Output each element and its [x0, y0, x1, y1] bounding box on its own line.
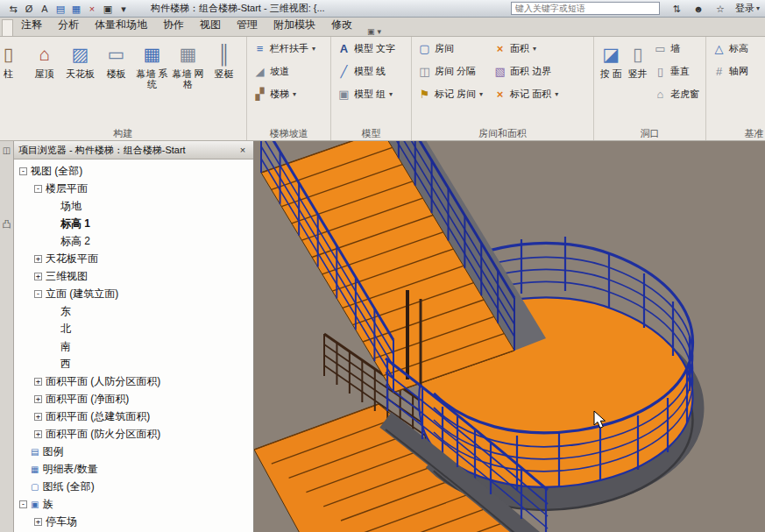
- tree-expander-icon[interactable]: +: [34, 413, 42, 421]
- modify-vertical-icon[interactable]: 凸: [3, 218, 11, 231]
- roof-button[interactable]: ⌂ 屋顶: [26, 39, 62, 79]
- opening-by-face-button[interactable]: ◪ 按 面: [599, 39, 624, 79]
- tab-修改[interactable]: 修改: [323, 15, 360, 36]
- tree-expander-icon[interactable]: -: [34, 290, 42, 298]
- switch-windows-icon[interactable]: ▣: [100, 2, 116, 16]
- login-button[interactable]: 登录: [735, 2, 754, 15]
- railing-button[interactable]: ≡ 栏杆扶手 ▾: [251, 39, 317, 58]
- tree-expander-icon[interactable]: -: [19, 500, 27, 508]
- section-icon[interactable]: ▤: [53, 2, 68, 16]
- tree-item[interactable]: ▢图纸 (全部): [14, 478, 253, 495]
- tree-expander-icon[interactable]: +: [34, 255, 42, 263]
- properties-icon[interactable]: ◫: [3, 145, 11, 155]
- viewport-3d-canvas[interactable]: [254, 141, 765, 532]
- tree-item[interactable]: -楼层平面: [14, 180, 253, 197]
- tree-expander-icon[interactable]: +: [34, 430, 42, 438]
- tree-item[interactable]: 西: [14, 355, 253, 372]
- ceiling-icon: ▨: [68, 42, 93, 66]
- grid-button[interactable]: # 轴网: [711, 62, 750, 81]
- ceiling-button[interactable]: ▨ 天花板: [62, 39, 98, 79]
- schedule-icon[interactable]: ▦: [68, 2, 84, 16]
- close-hidden-windows-icon[interactable]: ×: [84, 2, 100, 16]
- project-browser-header[interactable]: 项目浏览器 - 构件楼梯：组合楼梯-Start ×: [14, 141, 253, 160]
- tree-item[interactable]: +面积平面 (净面积): [14, 390, 253, 408]
- tree-item[interactable]: +面积平面 (防火分区面积): [14, 425, 253, 443]
- tree-item[interactable]: 场地: [14, 197, 253, 215]
- tree-item[interactable]: -立面 (建筑立面): [14, 285, 253, 302]
- tree-item[interactable]: 东: [14, 302, 253, 320]
- tree-expander-icon[interactable]: +: [34, 518, 42, 526]
- tree-item[interactable]: +面积平面 (人防分区面积): [14, 372, 253, 390]
- button-label: 楼板: [107, 68, 126, 79]
- communication-center-icon[interactable]: ☻: [691, 2, 706, 16]
- tree-expander-icon[interactable]: -: [34, 185, 42, 193]
- tab-协作[interactable]: 协作: [155, 15, 192, 36]
- button-label: 垂直: [670, 65, 690, 78]
- tag-room-button[interactable]: ⚑ 标记 房间 ▾: [416, 85, 485, 103]
- text-icon[interactable]: A: [37, 2, 53, 16]
- tree-item[interactable]: 标高 2: [14, 232, 253, 250]
- tree-item[interactable]: 标高 1: [14, 215, 253, 232]
- tree-expander-icon[interactable]: +: [34, 395, 42, 403]
- login-arrow-icon[interactable]: ▾: [756, 4, 760, 12]
- tag-area-button[interactable]: × 标记 面积 ▾: [492, 85, 560, 103]
- tab-体量和场地[interactable]: 体量和场地: [87, 15, 155, 36]
- panel-label-circulation[interactable]: 楼梯坡道: [247, 126, 330, 141]
- model-text-button[interactable]: A 模型 文字: [336, 39, 397, 58]
- open-icon[interactable]: ⇆: [5, 2, 21, 16]
- ramp-button[interactable]: ◢ 坡道: [251, 62, 317, 81]
- tree-item[interactable]: +停车场: [14, 513, 253, 530]
- customize-qat-icon[interactable]: ▾: [116, 2, 131, 16]
- panel-toggle-icon[interactable]: ▣: [367, 27, 375, 36]
- mullion-button[interactable]: ║ 竖梃: [206, 39, 242, 79]
- floor-button[interactable]: ▭ 楼板: [98, 39, 134, 79]
- panel-toggle-arrow[interactable]: ▾: [378, 27, 382, 36]
- tree-item[interactable]: -▣族: [14, 495, 253, 513]
- room-button[interactable]: ▢ 房间: [416, 39, 485, 58]
- tab-管理[interactable]: 管理: [229, 15, 266, 36]
- tree-item[interactable]: +面积平面 (总建筑面积): [14, 408, 253, 425]
- tree-item[interactable]: +三维视图: [14, 267, 253, 285]
- search-input[interactable]: [511, 2, 660, 15]
- model-group-button[interactable]: ▣ 模型 组 ▾: [336, 85, 397, 103]
- tab-分析[interactable]: 分析: [50, 15, 87, 36]
- tab-注释[interactable]: 注释: [13, 15, 50, 36]
- dormer-opening-button[interactable]: ⌂ 老虎窗: [652, 85, 701, 103]
- tree-item[interactable]: 北: [14, 320, 253, 337]
- mullion-icon: ║: [212, 42, 237, 66]
- favorites-icon[interactable]: ☆: [712, 2, 728, 16]
- dimension-icon[interactable]: Ø: [21, 2, 37, 16]
- tree-item[interactable]: ▤图例: [14, 443, 253, 460]
- panel-label-opening[interactable]: 洞口: [594, 126, 705, 141]
- model-line-button[interactable]: ╱ 模型 线: [336, 62, 397, 81]
- tree-item-label: 图纸 (全部): [42, 479, 94, 494]
- tree-expander-icon[interactable]: +: [34, 273, 42, 280]
- tab-architecture-partial[interactable]: [2, 19, 13, 36]
- tree-item[interactable]: -视图 (全部): [14, 162, 253, 180]
- room-icon: ▢: [418, 42, 431, 55]
- tree-item[interactable]: ▦明细表/数量: [14, 460, 253, 478]
- close-icon[interactable]: ×: [237, 145, 249, 155]
- tree-expander-icon[interactable]: +: [34, 378, 42, 386]
- shaft-opening-button[interactable]: ▯ 竖井: [626, 39, 651, 79]
- panel-label-datum[interactable]: 基准: [706, 126, 765, 141]
- tab-视图[interactable]: 视图: [192, 15, 229, 36]
- room-separator-button[interactable]: ◫ 房间 分隔: [416, 62, 485, 81]
- tree-item[interactable]: 南: [14, 337, 253, 355]
- area-boundary-button[interactable]: ▧ 面积 边界: [492, 62, 560, 81]
- wall-opening-button[interactable]: ▭ 墙: [652, 39, 701, 58]
- curtain-grid-button[interactable]: ▦ 幕墙 网格: [170, 39, 206, 89]
- panel-label-room-area[interactable]: 房间和面积: [412, 126, 593, 141]
- tab-附加模块[interactable]: 附加模块: [266, 15, 323, 36]
- exchange-apps-icon[interactable]: ⇅: [669, 2, 684, 16]
- tree-item[interactable]: +天花板平面: [14, 250, 253, 267]
- vertical-opening-button[interactable]: ▯ 垂直: [652, 62, 701, 81]
- panel-label-build[interactable]: 构建: [0, 126, 246, 141]
- curtain-system-button[interactable]: ▦ 幕墙 系统: [134, 39, 170, 89]
- column-button[interactable]: ▯ 柱: [0, 39, 26, 79]
- area-button[interactable]: × 面积 ▾: [492, 39, 560, 58]
- panel-label-model[interactable]: 模型: [331, 126, 411, 141]
- tree-expander-icon[interactable]: -: [19, 167, 27, 175]
- stair-button[interactable]: ▞ 楼梯 ▾: [251, 85, 317, 103]
- level-button[interactable]: △ 标高: [711, 39, 750, 58]
